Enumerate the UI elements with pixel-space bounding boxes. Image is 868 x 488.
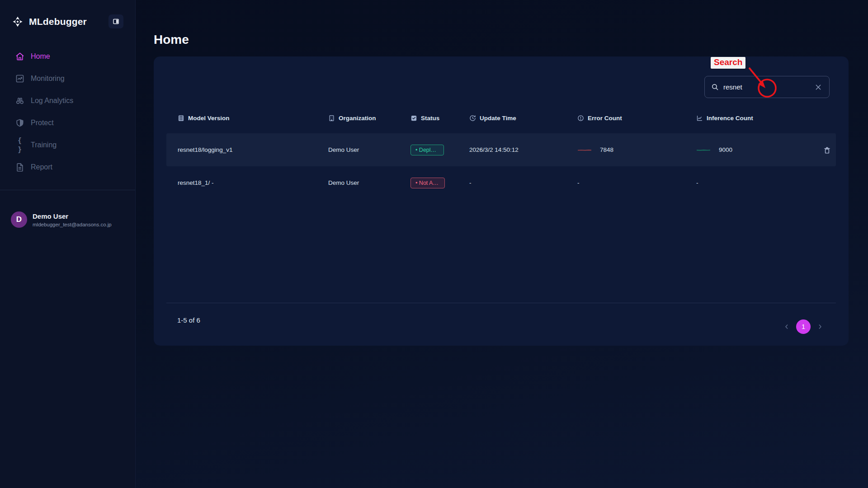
alert-circle-icon [577,115,584,122]
avatar: D [11,211,27,228]
sidebar-item-log-analytics[interactable]: Log Analytics [0,89,135,112]
column-label: Status [421,115,439,122]
clear-search-button[interactable] [814,83,823,92]
cell-error-count: 7848 [577,133,613,166]
checkbox-icon [410,115,417,122]
chevron-right-icon [816,323,824,330]
cell-model-version: resnet18/logging_v1 [178,133,233,166]
sidebar-item-report[interactable]: Report [0,156,135,178]
column-header-update-time: Update Time [469,108,516,128]
sidebar: MLdebugger Home Monitoring Log Analytics [0,0,136,488]
inference-count-value: 9000 [719,146,732,153]
column-label: Error Count [588,115,622,122]
cell-update-time: 2026/3/2 14:50:12 [469,133,519,166]
error-count-value: 7848 [600,146,613,153]
close-icon [815,84,822,91]
sidebar-item-label: Home [31,52,50,61]
search-icon [711,83,719,91]
sidebar-item-training[interactable]: { } Training [0,134,135,156]
sidebar-item-label: Report [31,163,52,171]
binoculars-icon [15,96,24,105]
sidebar-nav: Home Monitoring Log Analytics Protect { … [0,45,135,178]
cell-model-version: resnet18_1/ - [178,166,214,199]
pagination-range-label: 1-5 of 6 [177,316,200,324]
column-header-status: Status [410,108,439,128]
building-icon [328,115,335,122]
column-header-inference-count: Inference Count [696,108,753,128]
sidebar-toggle-button[interactable] [108,14,123,28]
panel-collapse-icon [113,18,119,25]
shield-icon [15,118,24,127]
user-name: Demo User [33,212,112,220]
table-row[interactable]: resnet18/logging_v1 Demo User Deployed 2… [166,133,836,166]
page-title: Home [154,33,189,47]
models-card: Model Version Organization Status Update… [154,56,849,346]
sidebar-item-label: Protect [31,119,54,127]
cell-error-count: - [577,166,580,199]
cell-organization: Demo User [328,133,359,166]
column-label: Inference Count [707,115,753,122]
column-label: Update Time [480,115,516,122]
cell-organization: Demo User [328,166,359,199]
status-badge: Not Availa… [410,178,445,188]
chevron-left-icon [783,323,790,330]
monitoring-icon [15,74,24,83]
column-header-organization: Organization [328,108,376,128]
pagination: 1 [783,319,824,334]
column-header-error-count: Error Count [577,108,622,128]
sidebar-item-protect[interactable]: Protect [0,112,135,134]
film-icon [178,115,184,122]
user-email: mldebugger_test@adansons.co.jp [33,222,112,227]
line-chart-icon [696,115,703,122]
sidebar-item-label: Monitoring [31,75,65,83]
delete-button[interactable] [819,142,835,158]
sidebar-item-home[interactable]: Home [0,45,135,67]
previous-page-button[interactable] [783,323,790,330]
column-header-model-version: Model Version [178,108,230,128]
sidebar-item-label: Log Analytics [31,97,73,105]
column-label: Model Version [188,115,230,122]
report-icon [15,163,24,172]
inference-sparkline [696,148,711,152]
sidebar-item-monitoring[interactable]: Monitoring [0,67,135,89]
sidebar-divider [0,190,135,190]
cell-inference-count: 9000 [696,133,732,166]
cell-inference-count: - [696,166,698,199]
app-title: MLdebugger [29,16,87,27]
trash-icon [823,146,831,154]
clock-refresh-icon [469,115,476,122]
user-profile[interactable]: D Demo User mldebugger_test@adansons.co.… [11,211,112,228]
cell-status: Deployed [410,133,444,166]
column-label: Organization [339,115,376,122]
app-logo-icon [11,15,24,28]
home-icon [15,52,24,61]
search-input[interactable] [723,83,809,91]
table-row[interactable]: resnet18_1/ - Demo User Not Availa… - - … [166,166,836,199]
sidebar-item-label: Training [31,141,57,149]
main-content: Home Model Version Organization [136,0,868,488]
error-sparkline [577,148,592,152]
page-1-button[interactable]: 1 [796,319,811,334]
status-badge: Deployed [410,145,444,155]
next-page-button[interactable] [816,323,824,330]
table-footer-divider [166,303,836,303]
search-box [704,76,830,98]
cell-status: Not Availa… [410,166,445,199]
cell-update-time: - [469,166,472,199]
braces-icon: { } [15,136,24,154]
